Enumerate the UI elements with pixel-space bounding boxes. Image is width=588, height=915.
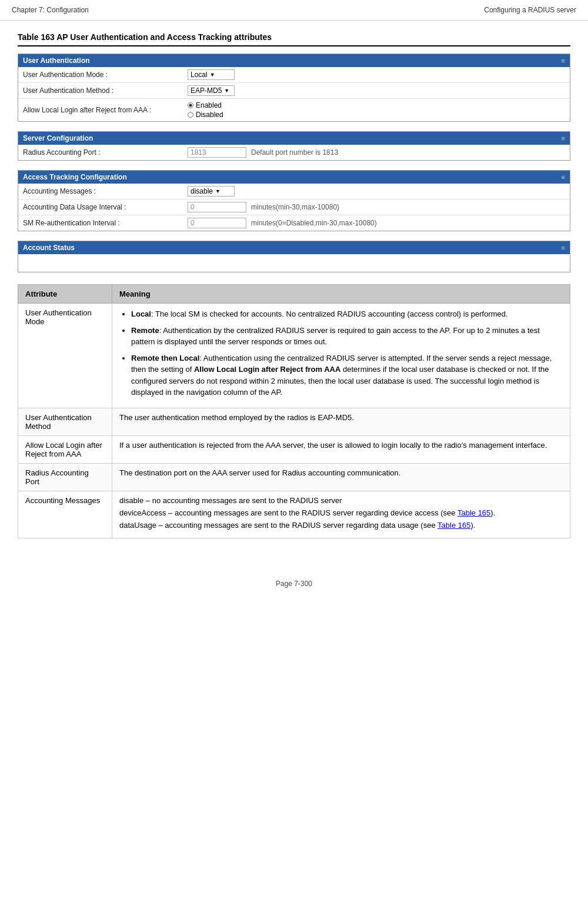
meaning-cell: The user authentication method employed …: [112, 408, 570, 435]
section-header-account-status: Account Status≡: [18, 241, 570, 254]
select-control[interactable]: EAP-MD5▼: [188, 85, 235, 96]
radio-dot-icon: [188, 112, 193, 118]
select-value: EAP-MD5: [191, 86, 222, 95]
meaning-line: disable – no accounting messages are sen…: [119, 496, 563, 505]
meaning-cell: Local: The local SM is checked for accou…: [112, 304, 570, 408]
attributes-table: Attribute Meaning User Authentication Mo…: [18, 284, 570, 538]
radio-option[interactable]: Disabled: [188, 111, 223, 119]
ui-screenshot: User Authentication≡User Authentication …: [18, 54, 570, 272]
bold-term: Remote: [131, 326, 159, 335]
field-label: Accounting Messages :: [23, 187, 188, 195]
field-control[interactable]: 0minutes(0=Disabled,min-30,max-10080): [188, 218, 565, 228]
page-footer: Page 7-300: [0, 568, 588, 600]
table-title: Table 163 AP User Authentication and Acc…: [18, 32, 570, 46]
field-hint: Default port number is 1813: [251, 148, 338, 157]
meaning-cell: The destination port on the AAA server u…: [112, 463, 570, 491]
section-title: Account Status: [23, 244, 75, 252]
select-value: disable: [191, 187, 213, 195]
ui-section-account-status: Account Status≡: [18, 241, 570, 272]
select-value: Local: [191, 71, 208, 79]
input-control[interactable]: 0: [188, 202, 246, 212]
list-item: Remote then Local: Authentication using …: [131, 352, 563, 398]
bold-term: Allow Local Login after Reject from AAA: [194, 365, 340, 374]
dropdown-arrow-icon: ▼: [210, 72, 215, 78]
radio-group: EnabledDisabled: [188, 101, 223, 119]
ui-field-row: SM Re-authentication Interval :0minutes(…: [18, 215, 570, 231]
field-label: SM Re-authentication Interval :: [23, 219, 188, 227]
meaning-cell: disable – no accounting messages are sen…: [112, 491, 570, 538]
attribute-cell: User Authentication Method: [18, 408, 112, 435]
page-header: Chapter 7: Configuration Configuring a R…: [0, 0, 588, 21]
meaning-text: The user authentication method employed …: [119, 413, 563, 422]
field-label: Allow Local Login after Reject from AAA …: [23, 106, 188, 114]
field-control[interactable]: Local▼: [188, 69, 565, 80]
table-link[interactable]: Table 165: [457, 508, 490, 517]
bold-term: Remote then Local: [131, 354, 199, 362]
ui-field-row: Accounting Data Usage Interval :0minutes…: [18, 199, 570, 215]
meaning-cell: If a user authentication is rejected fro…: [112, 435, 570, 463]
ui-section-access-tracking: Access Tracking Configuration≡Accounting…: [18, 170, 570, 231]
list-item: Local: The local SM is checked for accou…: [131, 308, 563, 320]
field-label: Accounting Data Usage Interval :: [23, 203, 188, 211]
section-header-user-auth: User Authentication≡: [18, 54, 570, 67]
collapse-icon[interactable]: ≡: [562, 174, 565, 181]
attribute-cell: Accounting Messages: [18, 491, 112, 538]
field-control[interactable]: 1813Default port number is 1813: [188, 147, 565, 158]
meaning-line: dataUsage – accounting messages are sent…: [119, 521, 563, 530]
meaning-list: Local: The local SM is checked for accou…: [119, 308, 563, 398]
ui-field-row: User Authentication Mode :Local▼: [18, 67, 570, 83]
field-control[interactable]: EnabledDisabled: [188, 101, 565, 119]
ui-section-user-auth: User Authentication≡User Authentication …: [18, 54, 570, 122]
select-control[interactable]: disable▼: [188, 186, 235, 197]
table-row: Allow Local Login after Reject from AAAI…: [18, 435, 570, 463]
section-title: Server Configuration: [23, 134, 93, 142]
collapse-icon[interactable]: ≡: [562, 135, 565, 142]
collapse-icon[interactable]: ≡: [562, 244, 565, 251]
field-control[interactable]: 0minutes(min-30,max-10080): [188, 202, 565, 212]
table-row: Radius Accounting PortThe destination po…: [18, 463, 570, 491]
attribute-cell: Radius Accounting Port: [18, 463, 112, 491]
field-label: User Authentication Method :: [23, 86, 188, 95]
ui-field-row: Radius Accounting Port :1813Default port…: [18, 145, 570, 160]
table-row: Accounting Messagesdisable – no accounti…: [18, 491, 570, 538]
input-control[interactable]: 1813: [188, 147, 246, 158]
radio-label: Disabled: [196, 111, 223, 119]
section-title: User Authentication: [23, 56, 90, 65]
field-label: User Authentication Mode :: [23, 71, 188, 79]
meaning-text: If a user authentication is rejected fro…: [119, 441, 563, 450]
table-link[interactable]: Table 165: [437, 521, 470, 530]
header-left: Chapter 7: Configuration: [12, 6, 89, 14]
dropdown-arrow-icon: ▼: [215, 188, 220, 194]
radio-option[interactable]: Enabled: [188, 101, 223, 109]
section-header-server-config: Server Configuration≡: [18, 132, 570, 145]
attribute-cell: Allow Local Login after Reject from AAA: [18, 435, 112, 463]
field-control[interactable]: EAP-MD5▼: [188, 85, 565, 96]
page-content: Table 163 AP User Authentication and Acc…: [0, 21, 588, 550]
empty-row: [18, 254, 570, 272]
list-item: Remote: Authentication by the centralize…: [131, 325, 563, 348]
input-control[interactable]: 0: [188, 218, 246, 228]
bold-term: Local: [131, 310, 151, 318]
footer-text: Page 7-300: [276, 580, 312, 588]
table-row: User Authentication ModeLocal: The local…: [18, 304, 570, 408]
ui-field-row: User Authentication Method :EAP-MD5▼: [18, 83, 570, 99]
ui-section-server-config: Server Configuration≡Radius Accounting P…: [18, 131, 570, 161]
attribute-cell: User Authentication Mode: [18, 304, 112, 408]
meaning-line: deviceAccess – accounting messages are s…: [119, 508, 563, 517]
field-label: Radius Accounting Port :: [23, 148, 188, 157]
ui-field-row: Allow Local Login after Reject from AAA …: [18, 99, 570, 121]
header-right: Configuring a RADIUS server: [484, 6, 576, 14]
field-hint: minutes(min-30,max-10080): [251, 203, 339, 211]
select-control[interactable]: Local▼: [188, 69, 235, 80]
section-title: Access Tracking Configuration: [23, 173, 127, 181]
radio-dot-icon: [188, 102, 193, 108]
collapse-icon[interactable]: ≡: [562, 57, 565, 64]
meaning-text: The destination port on the AAA server u…: [119, 468, 563, 477]
col-header-attribute: Attribute: [18, 285, 112, 304]
col-header-meaning: Meaning: [112, 285, 570, 304]
table-row: User Authentication MethodThe user authe…: [18, 408, 570, 435]
ui-field-row: Accounting Messages :disable▼: [18, 184, 570, 199]
field-control[interactable]: disable▼: [188, 186, 565, 197]
dropdown-arrow-icon: ▼: [224, 88, 229, 94]
section-header-access-tracking: Access Tracking Configuration≡: [18, 171, 570, 184]
